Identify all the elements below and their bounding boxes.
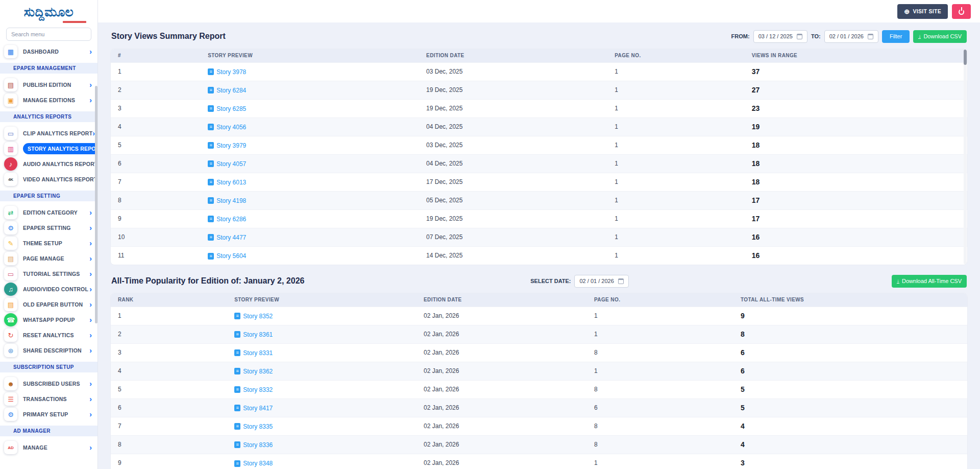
sidebar-item-tutorial-settings[interactable]: ▭TUTORIAL SETTINGS›	[0, 266, 97, 282]
video-report-icon: 4K	[4, 173, 17, 186]
report1-controls: FROM: 03 / 12 / 2025 TO: 02 / 01 / 2026 …	[731, 30, 967, 43]
story-link[interactable]: ≡Story 3979	[208, 142, 246, 149]
story-file-icon: ≡	[234, 331, 240, 338]
sidebar-scrollbar[interactable]	[95, 86, 97, 323]
logout-power-button[interactable]	[952, 4, 971, 19]
download-icon: ↓	[897, 278, 899, 284]
cell-views: 18	[745, 154, 967, 173]
story-link[interactable]: ≡Story 8362	[234, 368, 273, 375]
cell-views: 27	[745, 81, 967, 99]
story-link[interactable]: ≡Story 6286	[208, 216, 246, 223]
story-link[interactable]: ≡Story 8352	[234, 313, 273, 320]
cell-views: 4	[733, 435, 967, 454]
download-alltime-csv-button[interactable]: ↓ Download All-Time CSV	[892, 275, 967, 288]
story-link[interactable]: ≡Story 8332	[234, 386, 273, 393]
sidebar-item-reset-analytics[interactable]: ↻RESET ANALYTICS›	[0, 327, 97, 343]
cell-views: 19	[745, 118, 967, 136]
gear-icon: ⚙	[4, 408, 17, 421]
download-csv-button[interactable]: ↓ Download CSV	[913, 30, 967, 43]
story-link[interactable]: ≡Story 6284	[208, 87, 246, 94]
visit-site-button[interactable]: ⊕ VISIT SITE	[897, 4, 948, 19]
cell-story-preview: ≡Story 6286	[201, 209, 419, 228]
story-link[interactable]: ≡Story 5604	[208, 252, 246, 260]
sidebar-item-share-description[interactable]: ⊛SHARE DESCRIPTION›	[0, 343, 97, 358]
sidebar-item-audio-video-control[interactable]: ♫AUDIO/VIDEO CONTROL›	[0, 282, 97, 297]
cell-page-no: 1	[607, 191, 744, 209]
story-link-label: Story 8362	[243, 368, 273, 375]
sidebar-item-label: TUTORIAL SETTINGS	[23, 271, 80, 277]
cell-story-preview: ≡Story 8348	[227, 454, 416, 469]
story-file-icon: ≡	[208, 253, 214, 260]
sidebar-item-edition-category[interactable]: ⇄EDITION CATEGORY›	[0, 205, 97, 220]
cell-views: 17	[745, 209, 967, 228]
sidebar-item-dashboard[interactable]: ▦DASHBOARD›	[0, 44, 97, 59]
cell-edition-date: 19 Dec, 2025	[419, 81, 607, 99]
table-scrollbar[interactable]	[964, 50, 967, 264]
sidebar-item-subscribed-users[interactable]: ☻SUBSCRIBED USERS›	[0, 376, 97, 391]
story-link[interactable]: ≡Story 8335	[234, 423, 273, 430]
sidebar-item-manage-editions[interactable]: ▣MANAGE EDITIONS›	[0, 92, 97, 108]
cell-views: 8	[733, 325, 967, 343]
table-row: 7≡Story 601317 Dec, 2025118	[111, 173, 967, 191]
story-file-icon: ≡	[234, 349, 240, 356]
cell-edition-date: 02 Jan, 2026	[416, 307, 587, 325]
cell-rank: 4	[111, 362, 227, 380]
cell-edition-date: 14 Dec, 2025	[419, 246, 607, 265]
cell-rank: 3	[111, 99, 201, 118]
story-link[interactable]: ≡Story 8331	[234, 349, 273, 357]
sidebar-item-video-analytics-report[interactable]: 4KVIDEO ANALYTICS REPORT	[0, 172, 97, 187]
sidebar-item-old-epaper-button[interactable]: ▤OLD EPAPER BUTTON›	[0, 297, 97, 312]
tutorial-screen-icon: ▭	[4, 267, 17, 280]
filter-button[interactable]: Filter	[882, 30, 910, 43]
table-row: 3≡Story 833102 Jan, 202686	[111, 343, 967, 362]
cell-edition-date: 02 Jan, 2026	[416, 362, 587, 380]
story-link[interactable]: ≡Story 6013	[208, 179, 246, 186]
story-link[interactable]: ≡Story 8417	[234, 405, 273, 412]
cell-views: 6	[733, 343, 967, 362]
story-link[interactable]: ≡Story 4057	[208, 160, 246, 168]
chevron-right-icon: ›	[89, 48, 92, 55]
sidebar-item-whatsapp-popup[interactable]: ☎WHATSAPP POPUP›	[0, 312, 97, 327]
search-input[interactable]	[6, 28, 91, 41]
brand-logo[interactable]: ಸುದ್ದಿಮೂಲ	[0, 0, 97, 23]
to-date-input[interactable]: 02 / 01 / 2026	[824, 30, 878, 43]
story-link[interactable]: ≡Story 6285	[208, 105, 246, 112]
story-link[interactable]: ≡Story 3978	[208, 68, 246, 76]
story-link[interactable]: ≡Story 8348	[234, 460, 273, 467]
sidebar-item-clip-analytics-report[interactable]: ▭CLIP ANALYTICS REPORT›	[0, 126, 97, 141]
story-link[interactable]: ≡Story 8336	[234, 441, 273, 449]
story-link[interactable]: ≡Story 4477	[208, 234, 246, 241]
select-date-input[interactable]: 02 / 01 / 2026	[574, 275, 628, 288]
sidebar-item-label: SUBSCRIBED USERS	[23, 381, 80, 387]
cell-edition-date: 03 Dec, 2025	[419, 62, 607, 81]
dashboard-icon: ▦	[4, 45, 17, 58]
story-link[interactable]: ≡Story 8361	[234, 331, 273, 338]
story-link[interactable]: ≡Story 4198	[208, 197, 246, 204]
sidebar-item-transactions[interactable]: ☰TRANSACTIONS›	[0, 391, 97, 407]
cell-story-preview: ≡Story 5604	[201, 246, 419, 265]
sidebar-item-page-manage[interactable]: ▤PAGE MANAGE›	[0, 251, 97, 266]
cell-edition-date: 02 Jan, 2026	[416, 417, 587, 435]
sidebar-item-primary-setup[interactable]: ⚙PRIMARY SETUP›	[0, 407, 97, 422]
sidebar-item-story-analytics-report[interactable]: ▥STORY ANALYTICS REPORT	[0, 141, 97, 156]
cell-rank: 6	[111, 154, 201, 173]
sidebar-item-audio-analytics-report[interactable]: ♪AUDIO ANALYTICS REPORT	[0, 156, 97, 172]
column-header-views-in-range: VIEWS IN RANGE	[745, 49, 967, 62]
story-link[interactable]: ≡Story 4056	[208, 124, 246, 131]
from-date-input[interactable]: 03 / 12 / 2025	[753, 30, 807, 43]
table-row: 7≡Story 833502 Jan, 202684	[111, 417, 967, 435]
cell-page-no: 1	[587, 362, 733, 380]
sidebar-item-manage[interactable]: ADMANAGE›	[0, 440, 97, 455]
column-header-: #	[111, 49, 201, 62]
transactions-icon: ☰	[4, 392, 17, 406]
download-csv-label: Download CSV	[923, 33, 962, 39]
sidebar-item-theme-setup[interactable]: ✎THEME SETUP›	[0, 236, 97, 251]
sidebar-item-publish-edition[interactable]: ▤PUBLISH EDITION›	[0, 77, 97, 92]
sidebar-item-label: AUDIO/VIDEO CONTROL	[23, 286, 88, 292]
from-label: FROM:	[731, 33, 750, 39]
sidebar-item-epaper-setting[interactable]: ⚙EPAPER SETTING›	[0, 220, 97, 236]
cell-page-no: 1	[607, 154, 744, 173]
table-scrollbar-thumb[interactable]	[964, 50, 967, 65]
table-row: 4≡Story 836202 Jan, 202616	[111, 362, 967, 380]
cell-edition-date: 02 Jan, 2026	[416, 325, 587, 343]
